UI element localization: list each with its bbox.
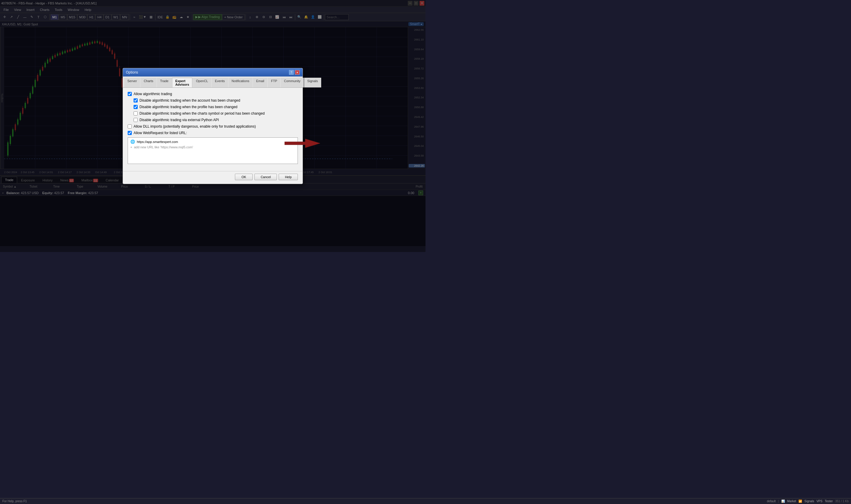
- arrow-annotation: [285, 137, 320, 149]
- disable-profile-checkbox[interactable]: [133, 105, 138, 109]
- disable-python-checkbox[interactable]: [133, 118, 138, 122]
- allow-algo-row: Allow algorithmic trading: [128, 92, 298, 96]
- dialog-tab-expertadvisors[interactable]: Expert Advisors: [172, 78, 192, 87]
- disable-symbol-row: Disable algorithmic trading when the cha…: [133, 111, 298, 115]
- add-url-text: add new URL like 'https://www.mql5.com': [134, 145, 193, 149]
- options-dialog: Options ? ✕ Server Charts Trade Expert A…: [123, 68, 303, 184]
- url-section: 🌐 https://app.smarttexpert.com + add new…: [128, 137, 298, 164]
- svg-marker-172: [285, 139, 320, 148]
- disable-symbol-label: Disable algorithmic trading when the cha…: [140, 111, 265, 115]
- allow-webrequest-row: Allow WebRequest for listed URL:: [128, 131, 298, 135]
- disable-python-label: Disable algorithmic trading via external…: [140, 118, 219, 122]
- ok-button[interactable]: OK: [235, 174, 253, 180]
- globe-icon: 🌐: [130, 140, 135, 144]
- plus-icon: +: [130, 145, 132, 149]
- dialog-help-button[interactable]: ?: [289, 70, 294, 75]
- disable-python-row: Disable algorithmic trading via external…: [133, 118, 298, 122]
- dialog-tab-signals[interactable]: Signals: [304, 78, 321, 87]
- dialog-tab-community[interactable]: Community: [281, 78, 304, 87]
- disable-symbol-checkbox[interactable]: [133, 111, 138, 115]
- disable-account-row: Disable algorithmic trading when the acc…: [133, 98, 298, 103]
- dialog-tab-email[interactable]: Email: [253, 78, 268, 87]
- add-url-row[interactable]: + add new URL like 'https://www.mql5.com…: [129, 144, 296, 150]
- disable-profile-label: Disable algorithmic trading when the pro…: [140, 105, 238, 109]
- disable-account-label: Disable algorithmic trading when the acc…: [140, 98, 240, 103]
- dialog-title-text: Options: [126, 70, 138, 74]
- dialog-tab-server[interactable]: Server: [124, 78, 140, 87]
- allow-dll-checkbox[interactable]: [128, 124, 132, 128]
- url-item-container: 🌐 https://app.smarttexpert.com: [129, 139, 296, 144]
- allow-dll-label: Allow DLL imports (potentially dangerous…: [133, 124, 256, 128]
- dialog-tab-events[interactable]: Events: [212, 78, 228, 87]
- disable-account-checkbox[interactable]: [133, 98, 138, 103]
- dialog-tab-trade[interactable]: Trade: [157, 78, 172, 87]
- cancel-button[interactable]: Cancel: [254, 174, 277, 180]
- url-list: 🌐 https://app.smarttexpert.com + add new…: [128, 137, 298, 164]
- dialog-close-button[interactable]: ✕: [295, 70, 300, 75]
- help-button[interactable]: Help: [279, 174, 298, 180]
- dialog-title-bar: Options ? ✕: [123, 68, 303, 76]
- allow-algo-label: Allow algorithmic trading: [133, 92, 172, 96]
- dialog-overlay: Options ? ✕ Server Charts Trade Expert A…: [0, 0, 426, 252]
- dialog-body: Allow algorithmic trading Disable algori…: [123, 88, 303, 171]
- dialog-tabs: Server Charts Trade Expert Advisors Open…: [123, 76, 303, 88]
- allow-dll-row: Allow DLL imports (potentially dangerous…: [128, 124, 298, 128]
- dialog-footer: OK Cancel Help: [123, 171, 303, 184]
- url-text-1: https://app.smarttexpert.com: [137, 140, 295, 144]
- dialog-tab-opencl[interactable]: OpenCL: [193, 78, 211, 87]
- dialog-tab-notifications[interactable]: Notifications: [229, 78, 253, 87]
- dialog-title-controls: ? ✕: [289, 70, 300, 75]
- url-item-1[interactable]: 🌐 https://app.smarttexpert.com: [129, 139, 296, 144]
- dialog-tab-charts[interactable]: Charts: [140, 78, 156, 87]
- allow-webrequest-label: Allow WebRequest for listed URL:: [133, 131, 187, 135]
- disable-profile-row: Disable algorithmic trading when the pro…: [133, 105, 298, 109]
- allow-webrequest-checkbox[interactable]: [128, 131, 132, 135]
- dialog-tab-ftp[interactable]: FTP: [268, 78, 280, 87]
- allow-algo-checkbox[interactable]: [128, 92, 132, 96]
